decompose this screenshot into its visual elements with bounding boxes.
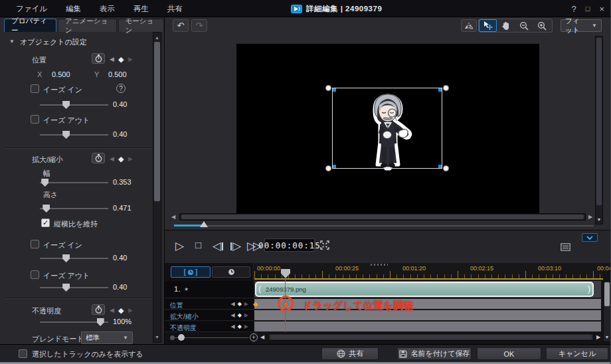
- preview-v-scrollbar[interactable]: ▼: [595, 36, 603, 225]
- clip-trim-right[interactable]: ): [588, 284, 590, 294]
- opacity-prev-keyframe-button[interactable]: ◀: [110, 307, 114, 314]
- menu-file[interactable]: ファイル: [13, 3, 50, 15]
- stop-button[interactable]: □: [195, 239, 201, 250]
- scale-next-keyframe-button[interactable]: ▶: [128, 155, 133, 162]
- keep-aspect-checkbox[interactable]: ✓: [41, 219, 50, 227]
- zoom-out-button[interactable]: [515, 19, 533, 32]
- position-keyframe-toggle-button[interactable]: [92, 53, 105, 64]
- keyframe-diamond-start[interactable]: ◆: [253, 301, 258, 308]
- position-add-keyframe-button[interactable]: ◆: [118, 55, 124, 64]
- kf-next-icon[interactable]: ▶: [244, 312, 248, 318]
- timeline-zoom-in-button[interactable]: +: [250, 333, 258, 341]
- resize-handle-se[interactable]: [443, 165, 449, 171]
- opacity-keyframe-toggle-button[interactable]: [92, 304, 105, 315]
- move-tool-button[interactable]: [479, 19, 497, 32]
- play-button[interactable]: ▷: [175, 239, 184, 253]
- scroll-up-icon[interactable]: ▲: [153, 35, 161, 40]
- opacity-add-keyframe-button[interactable]: ◆: [118, 306, 124, 315]
- position-next-keyframe-button[interactable]: ▶: [128, 56, 133, 62]
- slider-thumb[interactable]: [62, 131, 70, 139]
- fullscreen-button[interactable]: [320, 240, 329, 250]
- position-ease-in-slider[interactable]: [40, 101, 108, 109]
- scrollbar-thumb[interactable]: [154, 42, 160, 201]
- timeline-h-scrollbar[interactable]: [268, 333, 594, 341]
- zoom-in-button[interactable]: [533, 19, 551, 32]
- opacity-next-keyframe-button[interactable]: ▶: [128, 307, 133, 314]
- position-y-value[interactable]: 0.500: [108, 70, 127, 78]
- kf-prev-icon[interactable]: ◀: [231, 312, 235, 318]
- keyframe-diamond-current[interactable]: ◆: [283, 300, 288, 308]
- slider-thumb[interactable]: [43, 205, 50, 213]
- kf-prev-icon[interactable]: ◀: [231, 301, 235, 307]
- fast-forward-button[interactable]: ▷▷: [247, 239, 259, 253]
- opacity-slider[interactable]: [40, 318, 108, 326]
- timeline-ruler[interactable]: 00:00:00 00:00:25 00:01:20 00:02:15 00:0…: [254, 263, 603, 281]
- kf-next-icon[interactable]: ▶: [244, 323, 248, 329]
- scrollbar-thumb[interactable]: [181, 215, 584, 219]
- row-opacity-header[interactable]: 不透明度 ◀ ◆ ▶: [165, 321, 254, 332]
- position-ease-in-checkbox[interactable]: [31, 84, 39, 93]
- timeline-zoom-thumb[interactable]: [178, 334, 185, 341]
- panel-scrollbar[interactable]: ▲ ▼: [153, 32, 161, 343]
- timeline-clip[interactable]: ( 24909379.png ): [255, 282, 594, 297]
- timeline-v-scrollbar[interactable]: ▼: [603, 281, 611, 342]
- scale-add-keyframe-button[interactable]: ◆: [118, 155, 124, 163]
- row-scale-header[interactable]: 拡大/縮小 ◀ ◆ ▶: [165, 310, 254, 321]
- preview-scroll-right-icon[interactable]: ▶: [588, 215, 592, 220]
- scroll-down-icon[interactable]: ▼: [153, 335, 161, 339]
- next-frame-button[interactable]: ▷: [230, 239, 241, 253]
- timecode-display[interactable]: 00:00:00:15: [264, 238, 315, 252]
- slider-thumb[interactable]: [97, 318, 104, 326]
- slider-thumb[interactable]: [41, 179, 48, 187]
- ruler-grip[interactable]: [371, 264, 388, 266]
- keyframe-view-button[interactable]: [ ]: [171, 266, 211, 278]
- preview-scroll-left-icon[interactable]: ◀: [171, 215, 175, 220]
- scale-ease-out-slider[interactable]: [40, 284, 108, 292]
- kf-next-icon[interactable]: ▶: [244, 301, 248, 307]
- scroll-down-icon[interactable]: ▼: [604, 335, 610, 339]
- scale-height-slider[interactable]: [40, 205, 108, 213]
- help-icon[interactable]: ?: [116, 84, 126, 93]
- scrollbar-thumb[interactable]: [596, 38, 602, 205]
- slider-thumb[interactable]: [62, 101, 70, 109]
- close-button[interactable]: ×: [599, 4, 604, 14]
- scale-prev-keyframe-button[interactable]: ◀: [110, 155, 114, 162]
- previous-frame-button[interactable]: ◁: [213, 239, 224, 253]
- time-view-button[interactable]: [212, 266, 250, 278]
- scale-ease-in-checkbox[interactable]: [31, 240, 39, 248]
- slider-thumb[interactable]: [62, 284, 70, 292]
- slider-thumb[interactable]: [62, 254, 70, 262]
- maximize-button[interactable]: □: [586, 5, 590, 13]
- position-ease-out-slider[interactable]: [40, 131, 108, 139]
- resize-handle-sw[interactable]: [325, 165, 331, 171]
- tab-motion[interactable]: モーション: [118, 19, 164, 32]
- clip-trim-left[interactable]: (: [258, 284, 261, 294]
- timeline-scroll-right-icon[interactable]: ▶: [596, 335, 600, 340]
- seek-bar-track[interactable]: [206, 225, 594, 227]
- tab-properties[interactable]: プロパティー: [4, 19, 56, 32]
- save-as-button[interactable]: 名前を付けて保存: [397, 347, 472, 360]
- scrollbar-thumb[interactable]: [270, 335, 592, 339]
- selection-box[interactable]: [332, 88, 442, 169]
- tab-animation[interactable]: アニメーション: [58, 19, 117, 32]
- scroll-down-icon[interactable]: ▼: [596, 217, 602, 222]
- scrollbar-thumb[interactable]: [604, 282, 610, 306]
- kf-diamond-icon[interactable]: ◆: [238, 323, 242, 329]
- track-1-header[interactable]: 1. *: [165, 281, 254, 298]
- flip-button[interactable]: [461, 19, 477, 32]
- ok-button[interactable]: OK: [477, 347, 541, 360]
- position-x-value[interactable]: 0.500: [52, 70, 70, 78]
- kf-prev-icon[interactable]: ◀: [231, 323, 235, 329]
- menu-play[interactable]: 再生: [131, 3, 151, 15]
- scale-keyframe-toggle-button[interactable]: [92, 153, 105, 163]
- resize-handle-ne[interactable]: [443, 85, 449, 91]
- position-prev-keyframe-button[interactable]: ◀: [110, 56, 114, 62]
- kf-diamond-icon[interactable]: ◆: [238, 312, 242, 318]
- scale-ease-in-slider[interactable]: [40, 254, 108, 262]
- redo-button[interactable]: ↷: [191, 19, 207, 32]
- resize-handle-nw[interactable]: [325, 85, 331, 91]
- share-button[interactable]: 共有: [321, 347, 379, 360]
- show-selected-track-checkbox[interactable]: [19, 349, 27, 358]
- snapshot-button[interactable]: [561, 243, 570, 251]
- help-button[interactable]: ?: [572, 4, 576, 14]
